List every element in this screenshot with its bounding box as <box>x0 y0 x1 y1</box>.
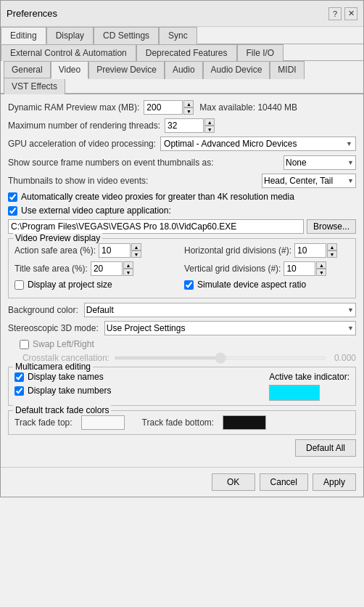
title-safe-input-group: ▲ ▼ <box>91 261 133 276</box>
tab-general[interactable]: General <box>4 61 51 79</box>
tab-audio[interactable]: Audio <box>165 61 203 79</box>
tab-sync[interactable]: Sync <box>159 27 197 44</box>
gpu-acceleration-label: GPU acceleration of video processing: <box>8 139 156 149</box>
display-project-size-row: Display at project size <box>15 280 180 290</box>
dynamic-ram-input-group: ▲ ▼ <box>144 100 194 115</box>
crosstalk-slider[interactable] <box>114 357 326 359</box>
background-color-arrow: ▼ <box>347 306 354 314</box>
title-safe-input[interactable] <box>91 261 123 276</box>
show-source-arrow: ▼ <box>347 159 354 166</box>
vert-grid-up[interactable]: ▲ <box>316 261 326 269</box>
show-source-label: Show source frame numbers on event thumb… <box>8 158 281 168</box>
tab-audio-device[interactable]: Audio Device <box>203 61 270 79</box>
horiz-grid-down[interactable]: ▼ <box>327 250 337 258</box>
rendering-threads-spinner: ▲ ▼ <box>204 118 215 133</box>
horiz-grid-input[interactable] <box>294 243 326 258</box>
display-take-numbers-row: Display take numbers <box>15 386 263 396</box>
display-take-numbers-checkbox[interactable] <box>15 386 24 396</box>
title-safe-row: Title safe area (%): ▲ ▼ <box>15 261 180 276</box>
dynamic-ram-down[interactable]: ▼ <box>183 107 194 115</box>
preferences-window: Preferences ? ✕ Editing Display CD Setti… <box>0 0 364 497</box>
track-fade-bottom-label: Track fade bottom: <box>142 417 215 428</box>
browse-button[interactable]: Browse... <box>307 219 356 234</box>
fade-section: Default track fade colors Track fade top… <box>8 410 356 435</box>
thumbnails-select[interactable]: Head, Center, Tail ▼ <box>262 174 356 188</box>
simulate-device-row: Simulate device aspect ratio <box>184 280 349 290</box>
gpu-acceleration-select[interactable]: Optimal - Advanced Micro Devices ▼ <box>160 137 356 151</box>
rendering-threads-label: Maximum number of rendering threads: <box>8 121 160 131</box>
tab-external-control[interactable]: External Control & Automation <box>1 44 136 61</box>
tab-midi[interactable]: MIDI <box>270 61 304 79</box>
vert-grid-input[interactable] <box>284 261 315 276</box>
action-safe-input[interactable] <box>99 243 131 258</box>
title-bar: Preferences ? ✕ <box>1 1 363 27</box>
display-project-size-label: Display at project size <box>28 280 112 290</box>
vert-grid-label: Vertical grid divisions (#): <box>184 264 281 274</box>
title-safe-down[interactable]: ▼ <box>123 269 133 276</box>
thumbnails-row: Thumbnails to show in video events: Head… <box>8 174 356 188</box>
ok-button[interactable]: OK <box>212 473 255 491</box>
track-fade-bottom-color[interactable] <box>223 415 266 430</box>
title-bar-controls: ? ✕ <box>328 7 357 20</box>
tab-editing[interactable]: Editing <box>1 27 46 44</box>
bottom-bar: OK Cancel Apply <box>1 467 363 497</box>
tab-file-io[interactable]: File I/O <box>237 44 284 61</box>
show-source-row: Show source frame numbers on event thumb… <box>8 155 356 170</box>
rendering-threads-up[interactable]: ▲ <box>204 118 215 126</box>
browse-path-input[interactable] <box>8 219 304 234</box>
default-all-button[interactable]: Default All <box>295 439 356 457</box>
horiz-grid-up[interactable]: ▲ <box>327 243 337 250</box>
active-take-indicator[interactable] <box>269 385 320 401</box>
tab-cd-settings[interactable]: CD Settings <box>94 27 159 44</box>
action-safe-row: Action safe area (%): ▲ ▼ <box>15 243 180 258</box>
show-source-select[interactable]: None ▼ <box>284 155 356 170</box>
tab-vst-effects[interactable]: VST Effects <box>4 78 65 94</box>
swap-checkbox[interactable] <box>20 340 29 349</box>
multicam-inner: Display take names Display take numbers … <box>15 372 349 401</box>
safe-area-grid: Action safe area (%): ▲ ▼ Title safe are… <box>15 243 349 293</box>
tab-preview-device[interactable]: Preview Device <box>88 61 165 79</box>
auto-proxy-checkbox[interactable] <box>8 192 17 202</box>
tab-video[interactable]: Video <box>51 61 88 79</box>
rendering-threads-down[interactable]: ▼ <box>204 126 215 133</box>
tabs-row-2: External Control & Automation Deprecated… <box>1 44 363 61</box>
simulate-device-checkbox[interactable] <box>184 280 194 290</box>
dynamic-ram-spinner: ▲ ▼ <box>183 100 194 115</box>
content-panel: Dynamic RAM Preview max (MB): ▲ ▼ Max av… <box>1 94 363 467</box>
title-safe-label: Title safe area (%): <box>15 264 88 274</box>
thumbnails-label: Thumbnails to show in video events: <box>8 176 259 186</box>
inner-tabs: General Video Preview Device Audio Audio… <box>1 61 363 94</box>
background-color-select[interactable]: Default ▼ <box>84 303 356 317</box>
video-preview-section: Video Preview display Action safe area (… <box>8 238 356 298</box>
swap-row: Swap Left/Right <box>8 339 356 349</box>
video-preview-title: Video Preview display <box>13 233 102 243</box>
display-take-names-checkbox[interactable] <box>15 372 24 382</box>
stereoscopic-select[interactable]: Use Project Settings ▼ <box>104 321 356 335</box>
action-safe-down[interactable]: ▼ <box>131 250 141 258</box>
right-grid-col: Horizontal grid divisions (#): ▲ ▼ Verti… <box>184 243 349 293</box>
active-take-label: Active take indicator: <box>269 372 349 382</box>
dynamic-ram-input[interactable] <box>144 100 183 115</box>
display-project-size-checkbox[interactable] <box>15 280 24 290</box>
help-button[interactable]: ? <box>328 7 342 20</box>
apply-button[interactable]: Apply <box>313 473 356 491</box>
external-capture-checkbox[interactable] <box>8 206 17 216</box>
display-take-numbers-label: Display take numbers <box>28 386 111 396</box>
track-fade-top-color[interactable] <box>81 415 125 430</box>
window-title: Preferences <box>7 8 57 19</box>
dynamic-ram-up[interactable]: ▲ <box>183 100 194 107</box>
action-safe-label: Action safe area (%): <box>15 245 96 256</box>
action-safe-input-group: ▲ ▼ <box>99 243 141 258</box>
track-fade-top-label: Track fade top: <box>15 417 73 428</box>
vert-grid-down[interactable]: ▼ <box>316 269 326 276</box>
title-safe-up[interactable]: ▲ <box>123 261 133 269</box>
tab-display[interactable]: Display <box>46 27 94 44</box>
action-safe-up[interactable]: ▲ <box>131 243 141 250</box>
thumbnails-arrow: ▼ <box>347 177 354 184</box>
rendering-threads-input[interactable] <box>165 118 204 133</box>
cancel-button[interactable]: Cancel <box>260 473 308 491</box>
horiz-grid-row: Horizontal grid divisions (#): ▲ ▼ <box>184 243 349 258</box>
close-button[interactable]: ✕ <box>344 7 357 20</box>
tab-deprecated-features[interactable]: Deprecated Features <box>136 44 237 61</box>
external-capture-row: Use external video capture application: <box>8 205 356 216</box>
